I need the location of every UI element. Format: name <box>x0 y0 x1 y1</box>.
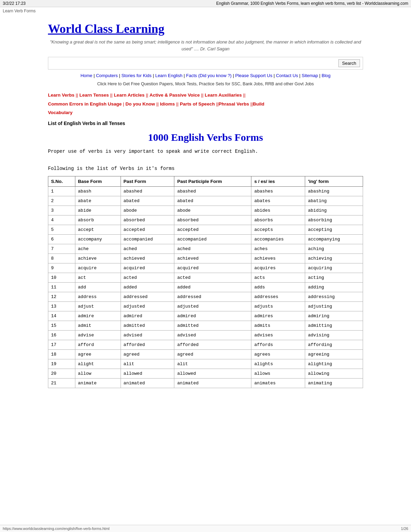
table-cell: abiding <box>305 206 363 215</box>
topic-do-you-know[interactable]: Do you Know <box>125 101 155 107</box>
nav-computers[interactable]: Computers <box>96 73 118 78</box>
table-row: 21animateanimatedanimatedanimatesanimati… <box>48 379 363 388</box>
site-title[interactable]: World Class Learning <box>48 22 363 36</box>
nav-sitemap[interactable]: Sitemap <box>302 73 318 78</box>
table-cell: agreeing <box>305 350 363 359</box>
table-cell: acting <box>305 273 363 283</box>
table-cell: added <box>174 283 251 292</box>
nav-facts[interactable]: Facts (Did you know ?) <box>186 73 232 78</box>
table-cell: 16 <box>48 331 75 340</box>
table-cell: acted <box>121 273 174 283</box>
nav-contact[interactable]: Contact Us <box>276 73 298 78</box>
table-cell: addresses <box>251 292 305 302</box>
table-cell: acts <box>251 273 305 283</box>
table-cell: 9 <box>48 263 75 273</box>
table-cell: alit <box>174 359 251 369</box>
table-row: 1abashabashedabashedabashesabashing <box>48 187 363 196</box>
search-area: Search <box>48 57 363 70</box>
table-cell: acquired <box>121 263 174 273</box>
topic-links: Learn Verbs || Learn Tenses || Learn Art… <box>48 91 363 117</box>
table-cell: abated <box>121 196 174 206</box>
table-cell: admitted <box>121 321 174 331</box>
table-cell: absorbing <box>305 215 363 225</box>
breadcrumb-label: Learn Verb Forms <box>3 9 36 13</box>
table-cell: 21 <box>48 379 75 388</box>
table-cell: 20 <box>48 369 75 379</box>
table-cell: ache <box>75 244 121 254</box>
table-cell: added <box>121 283 174 292</box>
table-row: 9acquireacquiredacquiredacquiresacquirin… <box>48 263 363 273</box>
nav-home[interactable]: Home <box>80 73 92 78</box>
topic-common-errors[interactable]: Common Errors in English Usage <box>48 101 122 107</box>
col-base: Base Form <box>75 176 121 187</box>
breadcrumb: Learn Verb Forms <box>0 7 411 15</box>
table-cell: achieved <box>121 254 174 263</box>
search-input[interactable] <box>51 59 338 67</box>
table-cell: admit <box>75 321 121 331</box>
topic-phrasal-verbs[interactable]: Phrasal Verbs <box>219 101 249 107</box>
table-cell: admits <box>251 321 305 331</box>
table-row: 12addressaddressedaddressedaddressesaddr… <box>48 292 363 302</box>
table-cell: alit <box>121 359 174 369</box>
topic-parts-of-speech[interactable]: Parts of Speech <box>180 101 215 107</box>
topic-active-passive[interactable]: Active & Passive Voice <box>149 92 200 98</box>
table-row: 19alightalitalitalightsalighting <box>48 359 363 369</box>
topic-learn-tenses[interactable]: Learn Tenses <box>79 92 109 98</box>
table-cell: abashing <box>305 187 363 196</box>
page-heading: 1000 English Verbs Forms <box>48 132 363 143</box>
table-cell: acquire <box>75 263 121 273</box>
table-cell: accompanies <box>251 235 305 244</box>
table-cell: admitting <box>305 321 363 331</box>
free-papers-bar[interactable]: Click Here to Get Free Question Papers, … <box>48 81 363 87</box>
top-bar: 3/2/22 17:23 English Grammar, 1000 Engli… <box>0 0 411 7</box>
table-cell: accepted <box>121 225 174 235</box>
free-papers-link[interactable]: Click Here to Get Free Question Papers, … <box>97 82 314 86</box>
topic-idioms[interactable]: Idioms <box>160 101 175 107</box>
topic-learn-articles[interactable]: Learn Articles <box>114 92 145 98</box>
table-row: 16adviseadvisedadvisedadvisesadvising <box>48 331 363 340</box>
table-cell: allows <box>251 369 305 379</box>
table-cell: acted <box>174 273 251 283</box>
nav-support[interactable]: Please Support Us <box>235 73 272 78</box>
table-cell: advised <box>121 331 174 340</box>
table-row: 3abideabodeabodeabidesabiding <box>48 206 363 215</box>
topic-learn-verbs[interactable]: Learn Verbs <box>48 92 74 98</box>
table-cell: alight <box>75 359 121 369</box>
table-cell: aches <box>251 244 305 254</box>
table-cell: afforded <box>174 340 251 350</box>
list-subtitle: List of English Verbs in all Tenses <box>48 121 363 126</box>
main-content: World Class Learning "Knowing a great de… <box>41 15 370 409</box>
table-cell: 7 <box>48 244 75 254</box>
table-cell: 5 <box>48 225 75 235</box>
table-cell: agreed <box>121 350 174 359</box>
nav-stories[interactable]: Stories for Kids <box>121 73 151 78</box>
table-cell: admired <box>121 311 174 321</box>
table-cell: abashed <box>174 187 251 196</box>
table-cell: allowed <box>174 369 251 379</box>
col-past: Past Form <box>121 176 174 187</box>
nav-learn-english[interactable]: Learn English <box>155 73 183 78</box>
table-cell: abated <box>174 196 251 206</box>
nav-blog[interactable]: Blog <box>322 73 331 78</box>
table-cell: agrees <box>251 350 305 359</box>
table-cell: absorbed <box>174 215 251 225</box>
search-button[interactable]: Search <box>338 59 360 67</box>
table-cell: 3 <box>48 206 75 215</box>
table-cell: 11 <box>48 283 75 292</box>
table-cell: advise <box>75 331 121 340</box>
table-cell: agreed <box>174 350 251 359</box>
table-cell: abash <box>75 187 121 196</box>
col-sno: S.No. <box>48 176 75 187</box>
table-cell: abashes <box>251 187 305 196</box>
table-cell: abode <box>174 206 251 215</box>
topic-learn-auxiliaries[interactable]: Learn Auxiliaries <box>205 92 242 98</box>
page-title-bar: English Grammar, 1000 English Verbs Form… <box>216 1 408 6</box>
col-s-es-ies: s / es/ ies <box>251 176 305 187</box>
table-cell: admired <box>174 311 251 321</box>
table-cell: 8 <box>48 254 75 263</box>
table-cell: 17 <box>48 340 75 350</box>
table-cell: act <box>75 273 121 283</box>
table-cell: aching <box>305 244 363 254</box>
table-row: 5acceptacceptedacceptedacceptsaccepting <box>48 225 363 235</box>
table-cell: affords <box>251 340 305 350</box>
